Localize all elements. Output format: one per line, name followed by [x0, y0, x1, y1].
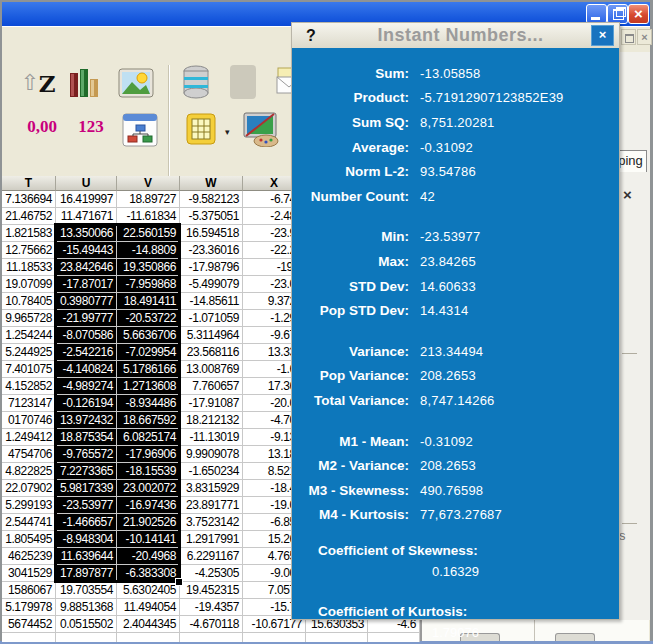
sheet-cell[interactable]: -17.96906 [117, 446, 180, 463]
sheet-cell[interactable]: -14.85611 [180, 293, 243, 310]
sheet-cell[interactable]: 3041529 [2, 565, 56, 582]
sheet-cell[interactable]: 4.822825 [2, 463, 56, 480]
sheet-cell[interactable]: 6.0825174 [117, 429, 180, 446]
sheet-cell[interactable]: 5.6302405 [117, 582, 180, 599]
sheet-cell[interactable]: -17.87017 [56, 276, 117, 293]
sheet-cell[interactable]: 5674452 [2, 616, 56, 633]
column-header-V[interactable]: V [117, 176, 180, 191]
sheet-cell[interactable] [56, 633, 117, 642]
sheet-cell[interactable]: -23.53977 [56, 497, 117, 514]
sheet-cell[interactable]: 19.07099 [2, 276, 56, 293]
sheet-cell[interactable]: -6.383308 [117, 565, 180, 582]
sheet-cell[interactable]: 10.78405 [2, 293, 56, 310]
minimize-button[interactable] [586, 4, 607, 24]
sheet-cell[interactable]: 13.350066 [56, 225, 117, 242]
sheet-cell[interactable]: -16.97436 [117, 497, 180, 514]
sheet-cell[interactable]: -10.14141 [117, 531, 180, 548]
sheet-cell[interactable]: 7.136694 [2, 191, 56, 208]
sheet-cell[interactable]: 16.419997 [56, 191, 117, 208]
mdi-close-button[interactable]: × [637, 29, 652, 45]
sort-z-button[interactable]: ⇧Z [18, 65, 58, 101]
sheet-cell[interactable]: -17.98796 [180, 259, 243, 276]
sheet-cell[interactable]: 1.821583 [2, 225, 56, 242]
sheet-cell[interactable]: 23.568116 [180, 344, 243, 361]
sheet-cell[interactable]: 1.249412 [2, 429, 56, 446]
sheet-cell[interactable]: -8.934486 [117, 395, 180, 412]
sheet-cell[interactable]: 1.254244 [2, 327, 56, 344]
sheet-cell[interactable]: 0.0515502 [56, 616, 117, 633]
sheet-cell[interactable]: 2.4044345 [117, 616, 180, 633]
sheet-cell[interactable]: 19.703554 [56, 582, 117, 599]
sheet-cell[interactable]: 11.471671 [56, 208, 117, 225]
sheet-cell[interactable]: -4.140824 [56, 361, 117, 378]
sheet-cell[interactable]: -4.989274 [56, 378, 117, 395]
sheet-cell[interactable]: 18.212132 [180, 412, 243, 429]
close-button[interactable]: × [628, 4, 649, 24]
sheet-cell[interactable]: 7123147 [2, 395, 56, 412]
sheet-cell[interactable]: -17.91087 [180, 395, 243, 412]
sheet-cell[interactable]: 16.594518 [180, 225, 243, 242]
sheet-cell[interactable]: 2.544741 [2, 514, 56, 531]
sheet-cell[interactable]: 11.494054 [117, 599, 180, 616]
sheet-cell[interactable]: -5.375051 [180, 208, 243, 225]
sheet-cell[interactable]: 1.2917991 [180, 531, 243, 548]
sheet-cell[interactable]: 0.3980777 [56, 293, 117, 310]
format-number-button[interactable]: 0,00 [22, 115, 62, 139]
sheet-cell[interactable] [2, 633, 56, 642]
monitor-paint-button[interactable] [242, 111, 280, 147]
sheet-cell[interactable]: 5.179978 [2, 599, 56, 616]
sheet-cell[interactable]: 22.07902 [2, 480, 56, 497]
sheet-cell[interactable]: 1.2713608 [117, 378, 180, 395]
sheet-cell[interactable]: -14.8809 [117, 242, 180, 259]
sheet-cell[interactable]: 1.805495 [2, 531, 56, 548]
sheet-cell[interactable]: 7.401075 [2, 361, 56, 378]
sheet-cell[interactable]: 12.75662 [2, 242, 56, 259]
sheet-cell[interactable]: 5.9817339 [56, 480, 117, 497]
sheet-cell[interactable]: -7.029954 [117, 344, 180, 361]
sheet-cell[interactable]: -0.126194 [56, 395, 117, 412]
format-123-button[interactable]: 123 [74, 115, 108, 139]
yellow-grid-dropdown[interactable]: ▾ [225, 127, 230, 137]
sheet-cell[interactable]: 11.18533 [2, 259, 56, 276]
sheet-cell[interactable]: 4754706 [2, 446, 56, 463]
sheet-cell[interactable]: -23.36016 [180, 242, 243, 259]
sheet-cell[interactable]: 5.3114964 [180, 327, 243, 344]
restore-button[interactable] [607, 4, 628, 24]
side-close-button[interactable]: × [623, 186, 632, 203]
mdi-restore-button[interactable] [621, 29, 636, 45]
sheet-cell[interactable]: 5.299193 [2, 497, 56, 514]
sheet-cell[interactable]: 18.89727 [117, 191, 180, 208]
sheet-cell[interactable]: -20.53722 [117, 310, 180, 327]
sheet-cell[interactable]: 1586067 [2, 582, 56, 599]
sheet-cell[interactable]: -5.499079 [180, 276, 243, 293]
column-header-W[interactable]: W [180, 176, 243, 191]
sheet-cell[interactable]: 21.46752 [2, 208, 56, 225]
sheet-cell[interactable]: -19.4357 [180, 599, 243, 616]
sheet-cell[interactable]: 23.002072 [117, 480, 180, 497]
picture-button[interactable] [118, 67, 154, 99]
sheet-cell[interactable]: 23.891771 [180, 497, 243, 514]
sheet-cell[interactable]: -7.959868 [117, 276, 180, 293]
sheet-cell[interactable]: -15.49443 [56, 242, 117, 259]
sheet-cell[interactable]: 4625239 [2, 548, 56, 565]
sheet-cell[interactable]: 0170746 [2, 412, 56, 429]
sheet-cell[interactable]: 19.452315 [180, 582, 243, 599]
sheet-cell[interactable]: 3.7523142 [180, 514, 243, 531]
sheet-cell[interactable]: 17.897877 [56, 565, 117, 582]
sheet-cell[interactable]: 4.152852 [2, 378, 56, 395]
sheet-cell[interactable]: 18.875354 [56, 429, 117, 446]
sheet-cell[interactable]: -1.071059 [180, 310, 243, 327]
column-header-T[interactable]: T [2, 176, 56, 191]
sheet-cell[interactable]: 21.902526 [117, 514, 180, 531]
sheet-cell[interactable]: -20.4968 [117, 548, 180, 565]
panel-close-button[interactable]: × [591, 25, 614, 46]
sheet-cell[interactable]: 5.1786166 [117, 361, 180, 378]
column-header-U[interactable]: U [56, 176, 117, 191]
sheet-cell[interactable]: -11.61834 [117, 208, 180, 225]
sheet-cell[interactable]: 19.350866 [117, 259, 180, 276]
yellow-grid-button[interactable] [186, 113, 216, 145]
panel-titlebar[interactable]: ? Instant Numbers... × [292, 23, 619, 49]
sheet-cell[interactable]: 18.491411 [117, 293, 180, 310]
sheet-cell[interactable]: 6.2291167 [180, 548, 243, 565]
sheet-cell[interactable]: -9.582123 [180, 191, 243, 208]
